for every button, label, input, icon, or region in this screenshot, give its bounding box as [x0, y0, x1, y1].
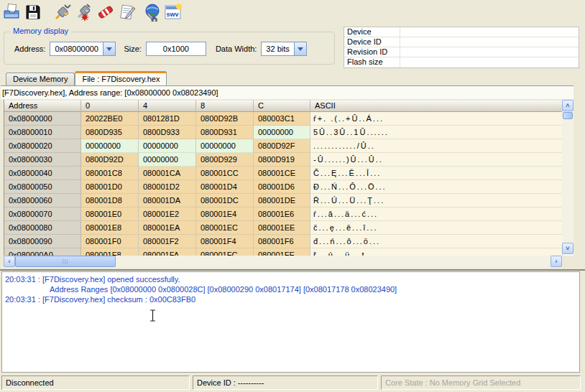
grid-hex-cell[interactable]: 080001D0	[81, 180, 139, 194]
scroll-up-button[interactable]: ˄	[562, 100, 574, 111]
grid-hex-cell[interactable]: 080001E0	[81, 207, 139, 221]
grid-hex-cell[interactable]: 080001D6	[254, 180, 310, 194]
address-value: 0x08000000	[55, 45, 98, 53]
grid-hex-cell[interactable]: 080001CE	[254, 167, 310, 180]
grid-row-address[interactable]: 0x08000070	[4, 207, 81, 221]
grid-ascii-cell[interactable]: ŕ...â...ä...ć...	[310, 207, 563, 221]
grid-hex-cell[interactable]: 080001FA	[139, 248, 196, 256]
tab-file-f7discovery[interactable]: File : F7Discovery.hex	[75, 71, 167, 85]
grid-row-address[interactable]: 0x08000030	[4, 153, 81, 167]
grid-hex-cell[interactable]: 080001E2	[139, 207, 196, 221]
grid-hex-cell[interactable]: 080001D2	[139, 180, 196, 194]
grid-column-header[interactable]: C	[254, 100, 310, 112]
grid-hex-cell[interactable]: 080001DE	[254, 194, 310, 207]
data-width-combo-dropdown[interactable]	[294, 42, 306, 55]
disconnect-plug-icon	[75, 3, 93, 23]
log-output[interactable]: 20:03:31 : [F7Discovery.hex] opened succ…	[1, 271, 580, 373]
grid-hex-cell[interactable]: 080001F2	[139, 235, 196, 248]
grid-row-address[interactable]: 0x08000090	[4, 235, 81, 248]
grid-ascii-cell[interactable]: 5Û..3Û..1Û......	[310, 126, 563, 139]
grid-hex-cell[interactable]: 0800D919	[254, 153, 310, 167]
grid-hex-cell[interactable]: 00000000	[196, 139, 254, 153]
grid-row-address[interactable]: 0x08000040	[4, 167, 81, 180]
grid-hex-cell[interactable]: 080001EC	[196, 221, 254, 235]
grid-ascii-cell[interactable]: đ...ń...ô...ö...	[310, 235, 563, 248]
grid-hex-cell[interactable]: 0800D92B	[196, 112, 254, 126]
tab-device-memory[interactable]: Device Memory	[6, 73, 75, 85]
grid-hex-cell[interactable]: 0800D931	[196, 126, 254, 139]
grid-column-header[interactable]: 8	[196, 100, 254, 112]
swv-button[interactable]: swv	[163, 2, 183, 24]
erase-chip-button[interactable]	[96, 2, 116, 24]
scroll-left-button[interactable]: ‹	[4, 256, 15, 267]
grid-hex-cell[interactable]: 080001DA	[139, 194, 196, 207]
vertical-scrollbar[interactable]: ˄ ˅	[562, 100, 574, 254]
data-width-combo[interactable]: 32 bits	[261, 42, 307, 56]
open-file-button[interactable]	[1, 2, 22, 24]
grid-hex-cell[interactable]: 080001D8	[81, 194, 139, 207]
grid-hex-cell[interactable]: 080001FC	[196, 248, 254, 256]
grid-row-address[interactable]: 0x08000080	[4, 221, 81, 235]
grid-hex-cell[interactable]: 0800D92D	[81, 153, 139, 167]
grid-ascii-cell[interactable]: -Û......)Û...Û..	[310, 153, 563, 167]
address-combo-dropdown[interactable]	[103, 42, 115, 55]
scroll-down-button[interactable]: ˅	[562, 243, 574, 254]
grid-hex-cell[interactable]: 00000000	[139, 153, 196, 167]
grid-ascii-cell[interactable]: ř...ú...ü...ţ...	[310, 248, 563, 256]
grid-hex-cell[interactable]: 0800D935	[81, 126, 139, 139]
grid-hex-cell[interactable]: 00000000	[81, 139, 139, 153]
grid-hex-cell[interactable]: 080001E4	[196, 207, 254, 221]
horizontal-scrollbar[interactable]: ‹ ||| ›	[4, 256, 562, 268]
grid-hex-cell[interactable]: 080001D4	[196, 180, 254, 194]
grid-ascii-cell[interactable]: ............/Û..	[310, 139, 563, 153]
hscroll-thumb[interactable]: |||	[15, 256, 116, 267]
grid-hex-cell[interactable]: 080001CA	[139, 167, 196, 180]
grid-row-address[interactable]: 0x080000A0	[4, 248, 81, 256]
grid-ascii-cell[interactable]: ŕ+. .(..+Û..Á...	[310, 112, 563, 126]
grid-ascii-cell[interactable]: Č...Ę...Ě...Î...	[310, 167, 563, 180]
grid-hex-cell[interactable]: 080001EE	[254, 221, 310, 235]
grid-hex-cell[interactable]: 080001F0	[81, 235, 139, 248]
grid-hex-cell[interactable]: 080003C1	[254, 112, 310, 126]
grid-hex-cell[interactable]: 080001EA	[139, 221, 196, 235]
address-combo[interactable]: 0x08000000	[50, 42, 116, 56]
grid-hex-cell[interactable]: 080001DC	[196, 194, 254, 207]
grid-hex-cell[interactable]: 080001F8	[81, 248, 139, 256]
scroll-right-button[interactable]: ›	[551, 256, 562, 267]
grid-hex-cell[interactable]: 080001FE	[254, 248, 310, 256]
grid-hex-cell[interactable]: 0800D933	[139, 126, 196, 139]
grid-ascii-cell[interactable]: č...ę...ě...î...	[310, 221, 563, 235]
connect-button[interactable]	[52, 2, 73, 24]
grid-hex-cell[interactable]: 080001CC	[196, 167, 254, 180]
grid-row-address[interactable]: 0x08000000	[4, 112, 81, 126]
grid-hex-cell[interactable]: 20022BE0	[81, 112, 139, 126]
grid-hex-cell[interactable]: 0800D92F	[254, 139, 310, 153]
grid-ascii-cell[interactable]: Đ...Ń...Ô...Ö...	[310, 180, 563, 194]
grid-hex-cell[interactable]: 080001C8	[81, 167, 139, 180]
grid-hex-cell[interactable]: 080001F4	[196, 235, 254, 248]
grid-hex-cell[interactable]: 080001F6	[254, 235, 310, 248]
splitter[interactable]	[0, 269, 585, 271]
grid-hex-cell[interactable]: 00000000	[254, 126, 310, 139]
grid-column-header[interactable]: ASCII	[310, 100, 563, 112]
vscroll-thumb[interactable]	[563, 112, 573, 119]
grid-column-header[interactable]: 0	[81, 100, 139, 112]
grid-hex-cell[interactable]: 00000000	[139, 139, 196, 153]
grid-ascii-cell[interactable]: Ř...Ú...Ü...Ţ...	[310, 194, 563, 207]
grid-row-address[interactable]: 0x08000060	[4, 194, 81, 207]
grid-column-header[interactable]: Address	[4, 100, 81, 112]
grid-hex-cell[interactable]: 0800D929	[196, 153, 254, 167]
save-file-button[interactable]	[23, 2, 43, 24]
target-settings-button[interactable]	[142, 2, 162, 24]
grid-row-address[interactable]: 0x08000050	[4, 180, 81, 194]
program-verify-button[interactable]	[117, 2, 137, 24]
log-line: 20:03:31 : [F7Discovery.hex] checksum : …	[5, 294, 576, 304]
grid-row-address[interactable]: 0x08000020	[4, 139, 81, 153]
grid-row-address[interactable]: 0x08000010	[4, 126, 81, 139]
disconnect-button[interactable]	[74, 2, 94, 24]
grid-hex-cell[interactable]: 0801281D	[139, 112, 196, 126]
grid-column-header[interactable]: 4	[139, 100, 196, 112]
size-input[interactable]: 0x1000	[146, 42, 206, 56]
grid-hex-cell[interactable]: 080001E6	[254, 207, 310, 221]
grid-hex-cell[interactable]: 080001E8	[81, 221, 139, 235]
